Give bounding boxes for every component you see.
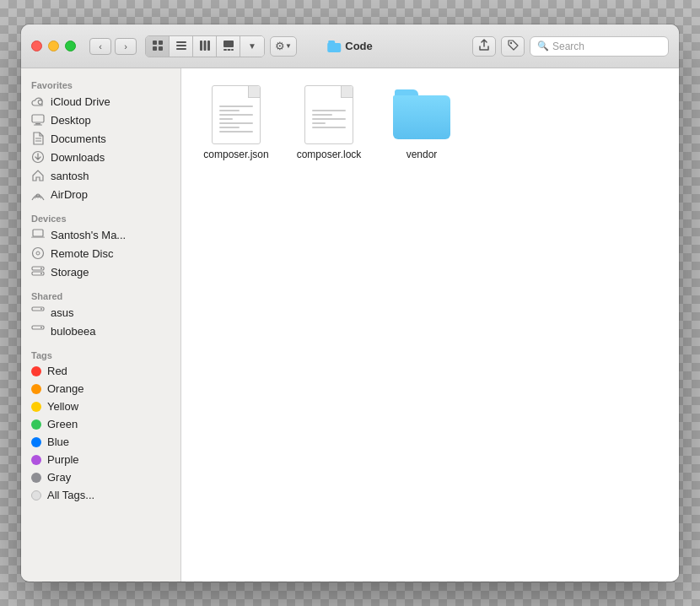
back-button[interactable]: ‹ [89, 38, 111, 55]
santosh-label: santosh [51, 170, 89, 182]
forward-button[interactable]: › [115, 38, 137, 55]
gear-button[interactable]: ⚙ ▼ [270, 36, 297, 57]
doc-line [219, 122, 253, 124]
file-area: composer.json co [181, 68, 679, 582]
bulobeea-icon [31, 324, 45, 338]
sidebar-item-tag-gray[interactable]: Gray [21, 468, 180, 486]
svg-rect-22 [33, 230, 43, 236]
documents-icon [31, 132, 45, 145]
doc-line [312, 118, 346, 120]
svg-rect-5 [176, 45, 186, 46]
svg-rect-6 [176, 48, 186, 50]
asus-label: asus [51, 306, 73, 319]
svg-rect-15 [32, 115, 44, 122]
file-item-composer-lock[interactable]: composer.lock [291, 85, 367, 160]
window-title-area: Code [327, 40, 373, 52]
file-label-composer-json: composer.json [203, 149, 268, 160]
sidebar-item-tag-orange[interactable]: Orange [21, 380, 180, 398]
airdrop-icon [31, 187, 45, 201]
tags-label: Tags [21, 345, 180, 362]
toolbar-right: 🔍 Search [472, 36, 669, 57]
svg-rect-8 [203, 41, 206, 51]
sidebar-item-downloads[interactable]: Downloads [21, 148, 180, 166]
title-folder: Code [327, 40, 373, 52]
sidebar-item-documents[interactable]: Documents [21, 129, 180, 148]
gear-icon: ⚙ [275, 40, 285, 52]
sidebar-item-tag-purple[interactable]: Purple [21, 451, 180, 468]
doc-line [312, 122, 326, 124]
folder-body [393, 95, 450, 139]
sidebar-item-tag-red[interactable]: Red [21, 362, 180, 380]
devices-label: Devices [21, 208, 180, 225]
sidebar-item-asus[interactable]: asus [21, 303, 180, 322]
view-arrange-button[interactable]: ▼ [240, 36, 264, 57]
file-icon-vendor [392, 85, 451, 144]
view-list-button[interactable] [170, 36, 193, 57]
view-icon-button[interactable] [146, 36, 170, 57]
documents-label: Documents [51, 133, 106, 145]
tag-color-red [31, 366, 41, 376]
tag-color-orange [31, 384, 41, 394]
storage-icon [31, 265, 45, 279]
downloads-label: Downloads [51, 151, 105, 164]
svg-rect-13 [231, 49, 234, 51]
share-button[interactable] [472, 36, 496, 57]
svg-rect-9 [207, 41, 210, 51]
tag-label-orange: Orange [47, 382, 83, 395]
sidebar-item-storage[interactable]: Storage [21, 262, 180, 281]
svg-point-27 [40, 268, 42, 269]
search-icon: 🔍 [537, 41, 549, 51]
doc-icon [212, 85, 261, 144]
grid-icon [152, 40, 164, 53]
main-content: Favorites iCloud Drive Deskto [21, 68, 679, 582]
tag-color-blue [31, 437, 41, 447]
sidebar-item-tag-green[interactable]: Green [21, 415, 180, 433]
svg-rect-4 [176, 41, 186, 43]
tag-color-green [31, 419, 41, 430]
svg-rect-11 [223, 49, 227, 51]
sidebar-item-tag-all-tags[interactable]: All Tags... [21, 486, 180, 504]
tag-label-green: Green [47, 418, 78, 430]
desktop-icon [31, 113, 45, 127]
tag-icon [507, 39, 519, 53]
tag-label-blue: Blue [47, 436, 69, 448]
file-icon-composer-json [207, 85, 266, 144]
sidebar-item-santosh-mac[interactable]: Santosh's Ma... [21, 225, 180, 244]
doc-line [219, 127, 240, 128]
view-cover-button[interactable] [217, 36, 240, 57]
sidebar-item-icloud-drive[interactable]: iCloud Drive [21, 92, 180, 111]
icloud-label: iCloud Drive [51, 95, 110, 108]
gear-dropdown-icon: ▼ [285, 42, 292, 50]
laptop-icon [31, 228, 45, 241]
svg-rect-10 [223, 41, 234, 47]
svg-point-28 [40, 273, 42, 274]
tag-color-yellow [31, 402, 41, 412]
sidebar-item-bulobeea[interactable]: bulobeea [21, 322, 180, 340]
doc-line [312, 114, 332, 116]
file-item-vendor[interactable]: vendor [384, 85, 460, 160]
sidebar-item-tag-blue[interactable]: Blue [21, 433, 180, 451]
disc-icon [31, 246, 45, 260]
sidebar-item-airdrop[interactable]: AirDrop [21, 185, 180, 203]
search-box[interactable]: 🔍 Search [530, 36, 669, 57]
doc-lines [305, 95, 353, 135]
bulobeea-label: bulobeea [51, 325, 96, 338]
shared-label: Shared [21, 286, 180, 303]
file-item-composer-json[interactable]: composer.json [198, 85, 274, 160]
view-column-button[interactable] [193, 36, 217, 57]
tag-color-gray [31, 473, 41, 483]
sidebar: Favorites iCloud Drive Deskto [21, 68, 181, 582]
minimize-button[interactable] [48, 41, 59, 51]
doc-line [219, 110, 240, 111]
sidebar-item-remote-disc[interactable]: Remote Disc [21, 244, 180, 262]
maximize-button[interactable] [65, 41, 76, 51]
doc-fold [248, 86, 260, 98]
sidebar-item-santosh[interactable]: santosh [21, 166, 180, 185]
close-button[interactable] [31, 41, 42, 51]
svg-rect-17 [34, 125, 42, 126]
sidebar-item-tag-yellow[interactable]: Yellow [21, 398, 180, 415]
sidebar-item-desktop[interactable]: Desktop [21, 111, 180, 129]
tag-button[interactable] [501, 36, 525, 57]
forward-icon: › [124, 41, 127, 51]
favorites-label: Favorites [21, 75, 180, 92]
